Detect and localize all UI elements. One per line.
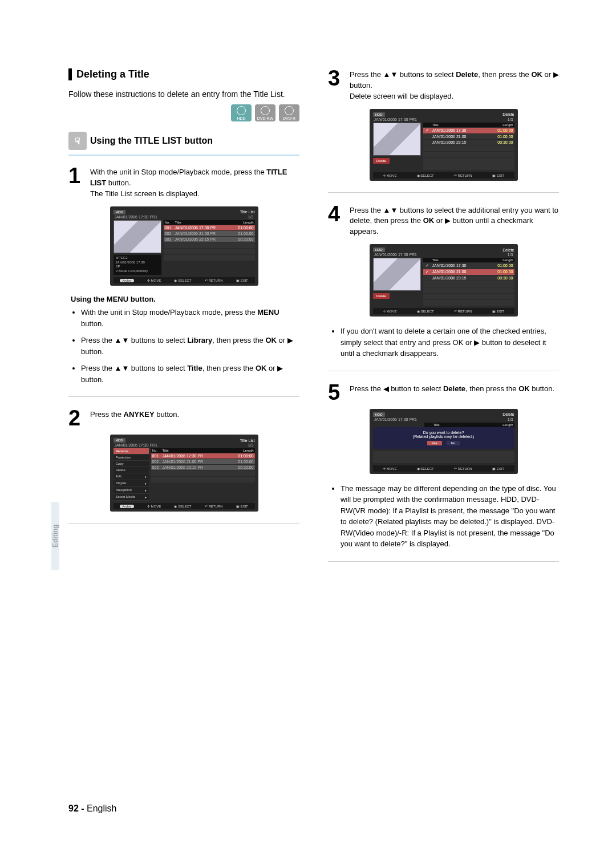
dialog-line-2: (Related playlists may be deleted.) (376, 435, 511, 439)
osd-page: 1/3 (508, 117, 513, 121)
menu-item-playlist[interactable]: Playlist▸ (114, 480, 149, 487)
step-3: 3 Press the ▲▼ buttons to select Delete,… (328, 68, 559, 102)
osd-datetime: JAN/01/2006 17:30 PR1 (374, 253, 418, 257)
step-number: 2 (68, 408, 84, 428)
osd-title: Delete (502, 412, 514, 416)
divider (68, 396, 299, 397)
hdd-badge: HDD (373, 112, 385, 117)
step-4-text: Press the ▲▼ buttons to select the addit… (350, 204, 559, 238)
hdd-badge: HDD (114, 210, 125, 214)
table-row[interactable]: 003JAN/01/2006 23:15 PR00:30:00 (151, 465, 255, 470)
dialog-yes-button[interactable]: Yes (427, 441, 442, 445)
intro-text: Follow these instructions to delete an e… (68, 88, 299, 100)
step-number: 3 (328, 68, 344, 102)
step-number: 4 (328, 204, 344, 238)
section-tab: Editing (51, 502, 59, 570)
list-item: The message may be different depending o… (341, 483, 559, 550)
step-number: 5 (328, 383, 344, 402)
dialog-line-1: Do you want to delete? (376, 431, 511, 435)
table-row[interactable]: JAN/01/2006 23:1500:30:00 (423, 140, 514, 145)
osd-title-list: HDD Title List JAN/01/2006 17:30 PR1 1/3… (110, 206, 258, 286)
osd-footer: Anykey ✢ MOVE ◉ SELECT ↶ RETURN ▣ EXIT (114, 277, 255, 283)
menu-item-select-media[interactable]: Select Media▸ (114, 494, 149, 501)
menu-bullets: With the unit in Stop mode/Playback mode… (71, 307, 299, 385)
osd-delete-confirm: HDD Delete JAN/01/2006 17:30 PR1 1/3 Tit… (370, 409, 518, 474)
table-row[interactable]: JAN/01/2006 23:1500:30:00 (423, 275, 514, 281)
list-item: Press the ▲▼ buttons to select Title, th… (81, 363, 299, 385)
table-row[interactable]: 002JAN/01/2006 21:00 PR01:00:00 (151, 459, 255, 464)
osd2-table: No.TitleLength 001JAN/01/2006 17:30 PR01… (151, 448, 255, 501)
confirm-dialog: Do you want to delete? (Related playlist… (373, 427, 514, 449)
osd-delete-1: HDD Delete JAN/01/2006 17:30 PR1 1/3 Del… (370, 109, 518, 181)
osd-title: Delete (502, 248, 514, 252)
osd-title: Title List (240, 210, 255, 214)
delete-button[interactable]: Delete (373, 293, 390, 299)
delete-button[interactable]: Delete (373, 158, 390, 164)
step-5: 5 Press the ◀ button to select Delete, t… (328, 383, 559, 402)
preview-thumb (114, 220, 161, 253)
osd-datetime: JAN/01/2006 17:30 PR1 (115, 443, 158, 447)
subsection-heading: ☟ Using the TITLE LIST button (68, 132, 299, 150)
step-4: 4 Press the ▲▼ buttons to select the add… (328, 204, 559, 238)
table-row[interactable]: JAN/01/2006 21:0001:00:00 (423, 134, 514, 139)
list-item: With the unit in Stop mode/Playback mode… (81, 307, 299, 329)
osd3-table: TitleLength ✓JAN/01/2006 17:3001:00:00 J… (423, 123, 514, 170)
table-row[interactable]: 001JAN/01/2006 17:30 PR01:00:00 (164, 225, 255, 230)
list-item: If you don't want to delete a certain on… (341, 326, 559, 359)
osd-delete-2: HDD Delete JAN/01/2006 17:30 PR1 1/3 Del… (370, 244, 518, 317)
right-column: 3 Press the ▲▼ buttons to select Delete,… (328, 68, 559, 573)
list-item: Press the ▲▼ buttons to select Library, … (81, 335, 299, 357)
preview-thumb (373, 258, 421, 291)
divider (68, 523, 299, 524)
step-5-text: Press the ◀ button to select Delete, the… (350, 383, 559, 402)
table-row[interactable]: 003JAN/01/2006 23:15 PR00:30:00 (164, 237, 255, 242)
step-2: 2 Press the ANYKEY button. (68, 408, 299, 428)
hdd-badge: HDD (373, 412, 385, 417)
step-3-text: Press the ▲▼ buttons to select Delete, t… (350, 68, 559, 102)
osd1-table: No.TitleLength 001JAN/01/2006 17:30 PR01… (164, 220, 255, 275)
page-footer: 92 - English (68, 804, 117, 814)
menu-item-copy[interactable]: Copy (114, 461, 149, 467)
menu-item-protection[interactable]: Protection (114, 455, 149, 461)
osd-page: 1/3 (248, 215, 254, 219)
step-1: 1 With the unit in Stop mode/Playback mo… (68, 166, 299, 200)
osd-title: Title List (240, 439, 255, 443)
menu-item-delete[interactable]: Delete (114, 467, 149, 473)
step-1-text: With the unit in Stop mode/Playback mode… (90, 166, 299, 200)
osd-title: Delete (502, 112, 514, 116)
hand-icon: ☟ (68, 132, 87, 150)
preview-thumb (373, 123, 421, 156)
osd-footer: ✢ MOVE ◉ SELECT ↶ RETURN ▣ EXIT (373, 465, 514, 472)
hdd-badge: HDD (373, 247, 385, 252)
menu-item-navigation[interactable]: Navigation▸ (114, 487, 149, 494)
divider (328, 561, 559, 562)
osd4-table: TitleLength ✓JAN/01/2006 17:3001:00:00 ✓… (423, 258, 514, 306)
left-column: Deleting a Title Follow these instructio… (68, 68, 299, 573)
osd-anykey-menu: HDD Title List JAN/01/2006 17:30 PR1 1/3… (110, 435, 258, 512)
osd-page: 1/3 (508, 253, 513, 257)
menu-item-edit[interactable]: Edit▸ (114, 473, 149, 480)
divider (328, 192, 559, 193)
osd-page: 1/3 (508, 417, 513, 421)
divider (328, 371, 559, 371)
table-row[interactable]: ✓JAN/01/2006 21:0001:00:00 (423, 269, 514, 275)
step-4-note: If you don't want to delete a certain on… (330, 326, 559, 359)
table-row[interactable]: ✓JAN/01/2006 17:3001:00:00 (423, 263, 514, 269)
osd-footer: ✢ MOVE ◉ SELECT ↶ RETURN ▣ EXIT (373, 308, 514, 314)
osd-footer: ✢ MOVE ◉ SELECT ↶ RETURN ▣ EXIT (373, 172, 514, 178)
table-row[interactable]: 001JAN/01/2006 17:30 PR01:00:00 (151, 453, 255, 459)
dialog-no-button[interactable]: No (447, 441, 460, 445)
disc-icons: HDD DVD-RW DVD-R (68, 104, 299, 121)
osd-footer: Anykey ✢ MOVE ◉ SELECT ↶ RETURN ▣ EXIT (114, 503, 255, 509)
osd-datetime: JAN/01/2006 17:30 PR1 (115, 215, 158, 219)
table-row[interactable]: ✓JAN/01/2006 17:3001:00:00 (423, 128, 514, 133)
osd-context-menu: Rename Protection Copy Delete Edit▸ Play… (114, 448, 149, 501)
osd-info: MPEG2 JAN/01/2006 17:30 SP V-Mode Compat… (114, 255, 161, 275)
disc-icon-hdd: HDD (231, 104, 252, 121)
osd-page: 1/3 (248, 443, 254, 447)
table-row[interactable]: 002JAN/01/2006 21:00 PR01:00:00 (164, 231, 255, 236)
step-5-note: The message may be different depending o… (330, 483, 559, 550)
anykey-pill: Anykey (120, 505, 133, 508)
menu-item-rename[interactable]: Rename (114, 448, 149, 455)
disc-icon-dvdrw: DVD-RW (255, 104, 275, 121)
